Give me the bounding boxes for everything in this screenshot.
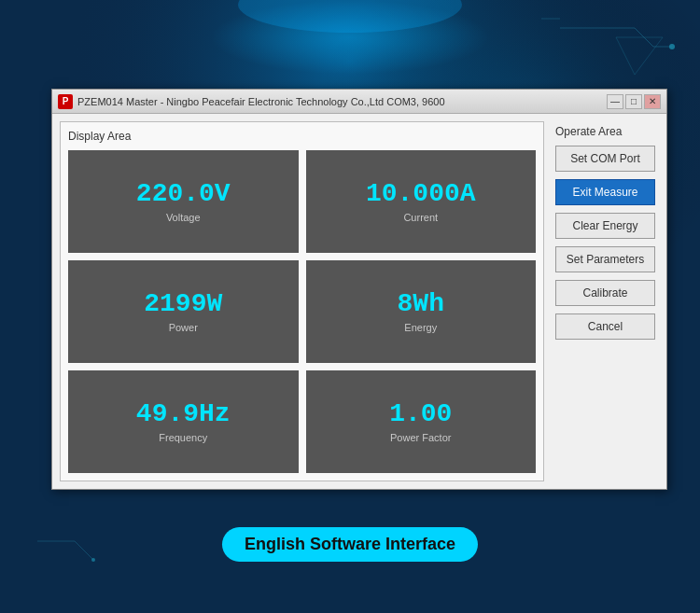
operate-buttons: Set COM Port Exit Measure Clear Energy S… <box>555 146 655 340</box>
close-button[interactable]: ✕ <box>644 94 661 109</box>
display-cell-voltage: 220.0V Voltage <box>68 150 299 253</box>
set-com-port-button[interactable]: Set COM Port <box>555 146 655 172</box>
operate-area-title: Operate Area <box>555 125 655 138</box>
exit-measure-button[interactable]: Exit Measure <box>555 179 655 205</box>
svg-line-4 <box>635 28 653 47</box>
main-window: P PZEM014 Master - Ningbo Peacefair Elec… <box>51 89 667 490</box>
cancel-button[interactable]: Cancel <box>555 313 655 340</box>
energy-value: 8Wh <box>398 290 444 319</box>
frequency-label: Frequency <box>159 432 207 443</box>
bottom-label-wrapper: English Software Interface <box>222 527 478 562</box>
power-factor-label: Power Factor <box>390 432 451 443</box>
svg-point-6 <box>669 44 675 49</box>
window-content: Display Area 220.0V Voltage 10.000A Curr… <box>52 114 666 489</box>
power-value: 2199W <box>144 290 222 319</box>
display-grid: 220.0V Voltage 10.000A Current 2199W Pow… <box>68 150 536 473</box>
bg-glow-top <box>210 0 490 75</box>
calibrate-button[interactable]: Calibrate <box>555 280 655 306</box>
bottom-label: English Software Interface <box>222 527 478 562</box>
svg-point-11 <box>238 0 462 33</box>
display-cell-frequency: 49.9Hz Frequency <box>68 370 299 473</box>
display-area-title: Display Area <box>68 130 536 143</box>
display-area: Display Area 220.0V Voltage 10.000A Curr… <box>60 121 544 481</box>
operate-area: Operate Area Set COM Port Exit Measure C… <box>552 121 659 481</box>
title-bar-left: P PZEM014 Master - Ningbo Peacefair Elec… <box>58 94 445 109</box>
svg-marker-12 <box>616 37 663 75</box>
app-icon: P <box>58 94 73 109</box>
window-controls: — □ ✕ <box>607 94 661 109</box>
current-label: Current <box>403 212 438 223</box>
energy-label: Energy <box>404 322 437 333</box>
display-cell-power: 2199W Power <box>68 260 299 363</box>
svg-line-9 <box>75 541 93 560</box>
window-frame: P PZEM014 Master - Ningbo Peacefair Elec… <box>51 89 667 490</box>
power-factor-value: 1.00 <box>389 400 452 429</box>
set-parameters-button[interactable]: Set Parameters <box>555 246 655 272</box>
clear-energy-button[interactable]: Clear Energy <box>555 213 655 239</box>
svg-point-10 <box>91 558 95 562</box>
power-label: Power <box>169 322 198 333</box>
title-bar: P PZEM014 Master - Ningbo Peacefair Elec… <box>52 90 666 114</box>
maximize-button[interactable]: □ <box>625 94 642 109</box>
window-title: PZEM014 Master - Ningbo Peacefair Electr… <box>77 96 445 107</box>
voltage-label: Voltage <box>166 212 201 223</box>
minimize-button[interactable]: — <box>607 94 623 109</box>
frequency-value: 49.9Hz <box>136 400 231 429</box>
display-cell-energy: 8Wh Energy <box>306 260 537 363</box>
display-cell-power-factor: 1.00 Power Factor <box>306 370 537 473</box>
current-value: 10.000A <box>366 180 476 209</box>
voltage-value: 220.0V <box>136 180 231 209</box>
display-cell-current: 10.000A Current <box>306 150 537 253</box>
